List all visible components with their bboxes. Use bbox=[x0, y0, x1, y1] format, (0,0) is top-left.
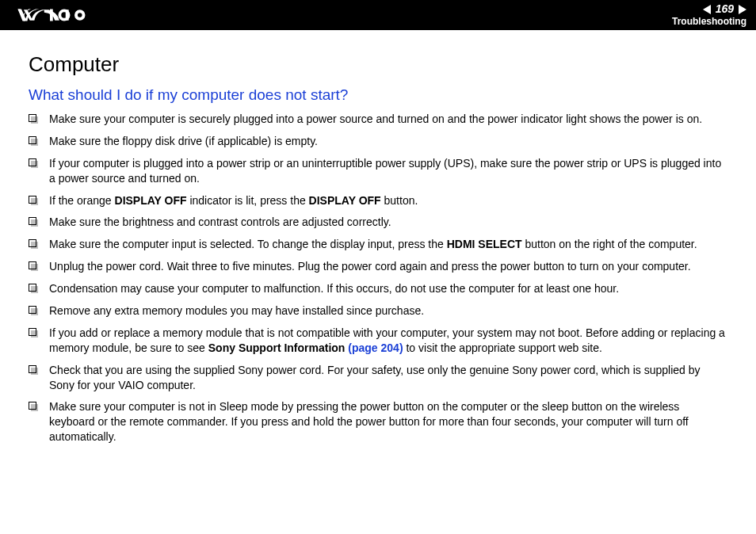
list-item-text: Remove any extra memory modules you may … bbox=[49, 303, 727, 318]
list-item: Make sure the computer input is selected… bbox=[29, 237, 727, 252]
list-item-text: Condensation may cause your computer to … bbox=[49, 281, 727, 296]
bullet-icon bbox=[29, 136, 36, 144]
list-item: Check that you are using the supplied So… bbox=[29, 363, 727, 393]
bullet-icon bbox=[29, 158, 36, 166]
bullet-icon bbox=[29, 284, 36, 292]
list-item-text: Make sure the brightness and contrast co… bbox=[49, 215, 727, 230]
bullet-icon bbox=[29, 261, 36, 269]
next-page-arrow-icon[interactable] bbox=[739, 5, 746, 14]
list-item-text: If you add or replace a memory module th… bbox=[49, 326, 727, 356]
page-subtitle: What should I do if my computer does not… bbox=[29, 86, 727, 104]
list-item-text: If your computer is plugged into a power… bbox=[49, 156, 727, 186]
prev-page-arrow-icon[interactable] bbox=[703, 5, 711, 14]
list-item-text: Make sure the floppy disk drive (if appl… bbox=[49, 134, 727, 149]
list-item-text: If the orange DISPLAY OFF indicator is l… bbox=[49, 193, 727, 208]
page-link[interactable]: (page 204) bbox=[348, 341, 403, 354]
list-item: Make sure your computer is not in Sleep … bbox=[29, 399, 727, 444]
list-item-text: Unplug the power cord. Wait three to fiv… bbox=[49, 259, 727, 274]
bullet-list: Make sure your computer is securely plug… bbox=[29, 112, 727, 444]
list-item: If you add or replace a memory module th… bbox=[29, 326, 727, 356]
bullet-icon bbox=[29, 196, 36, 204]
page-number: 169 bbox=[712, 3, 737, 15]
list-item-text: Check that you are using the supplied So… bbox=[49, 363, 727, 393]
list-item: If your computer is plugged into a power… bbox=[29, 156, 727, 186]
bullet-icon bbox=[29, 328, 36, 336]
page-nav: 169 bbox=[672, 3, 746, 15]
list-item: Condensation may cause your computer to … bbox=[29, 281, 727, 296]
bullet-icon bbox=[29, 402, 36, 410]
bullet-icon bbox=[29, 306, 36, 314]
list-item: Remove any extra memory modules you may … bbox=[29, 303, 727, 318]
header-bar: VAIO 169 Troubleshooting bbox=[0, 0, 756, 30]
bullet-icon bbox=[29, 217, 36, 225]
page-title: Computer bbox=[29, 52, 727, 77]
page-content: Computer What should I do if my computer… bbox=[0, 30, 756, 467]
list-item: Make sure your computer is securely plug… bbox=[29, 112, 727, 127]
section-label: Troubleshooting bbox=[672, 17, 746, 27]
list-item-text: Make sure your computer is not in Sleep … bbox=[49, 399, 727, 444]
list-item: Unplug the power cord. Wait three to fiv… bbox=[29, 259, 727, 274]
svg-rect-2 bbox=[66, 10, 69, 21]
list-item: If the orange DISPLAY OFF indicator is l… bbox=[29, 193, 727, 208]
list-item: Make sure the brightness and contrast co… bbox=[29, 215, 727, 230]
bullet-icon bbox=[29, 365, 36, 373]
list-item-text: Make sure the computer input is selected… bbox=[49, 237, 727, 252]
vaio-logo: VAIO bbox=[16, 8, 119, 22]
bullet-icon bbox=[29, 114, 36, 122]
list-item-text: Make sure your computer is securely plug… bbox=[49, 112, 727, 127]
bullet-icon bbox=[29, 239, 36, 247]
header-right: 169 Troubleshooting bbox=[672, 3, 746, 27]
list-item: Make sure the floppy disk drive (if appl… bbox=[29, 134, 727, 149]
